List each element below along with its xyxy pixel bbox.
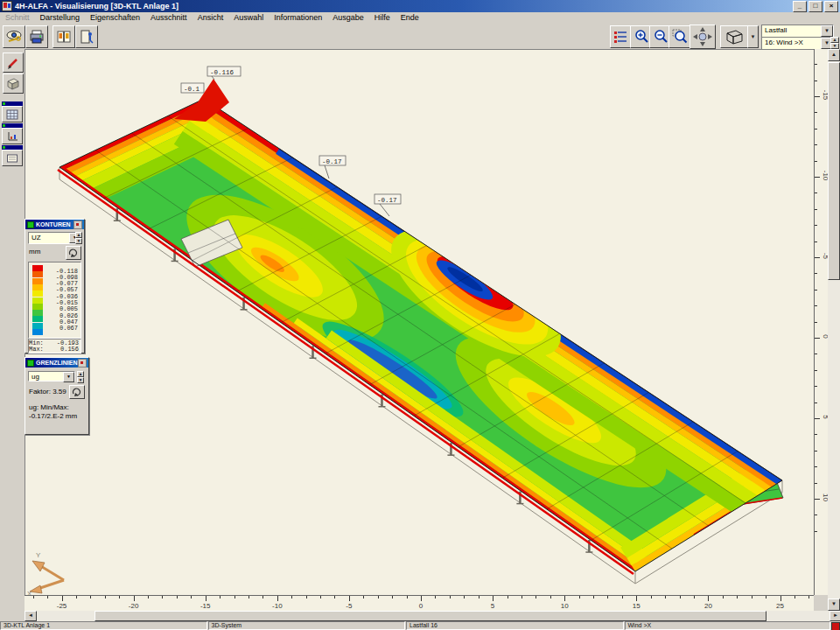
menu-ausgabe[interactable]: Ausgabe (327, 12, 369, 24)
loadcase-spinner[interactable]: ▲ ▼ (830, 37, 839, 48)
list-panel-button[interactable] (2, 150, 23, 166)
loadcase-spinner-down[interactable]: ▼ (830, 43, 839, 49)
axis-y-label: Y (36, 551, 41, 559)
ruler-y-tick (815, 129, 817, 130)
vertical-scrollbar[interactable]: ▲ ▼ (828, 49, 840, 611)
grenzlinien-quantity-value: ug (32, 372, 39, 381)
konturen-quantity-combo[interactable]: UZ ▼ (28, 232, 81, 244)
grenzlinien-quantity-combo[interactable]: ug ▼ (28, 371, 75, 382)
menu-ausschnitt[interactable]: Ausschnitt (145, 12, 192, 24)
grenzlinien-spinner-up[interactable]: ▲ (77, 371, 84, 377)
scroll-right-button[interactable]: ► (830, 611, 840, 621)
view-settings-button[interactable] (3, 25, 25, 48)
mini-panel-chart[interactable] (2, 123, 23, 144)
zoom-in-icon (634, 29, 649, 45)
minimize-button[interactable]: _ (793, 1, 807, 12)
manual-button[interactable] (52, 25, 75, 48)
status-bar: 3D-KTL Anlage 13D-SystemLastfall 16Wind … (0, 621, 840, 630)
grenzlinien-titlebar[interactable]: GRENZLINIEN (25, 358, 88, 368)
scroll-left-button[interactable]: ◄ (24, 611, 37, 621)
printer-icon (29, 29, 45, 45)
horizontal-scrollbar[interactable]: ◄ ► (24, 611, 840, 621)
ruler-x-tick (162, 596, 163, 598)
grenzlinien-spinner[interactable]: ▲ ▼ (77, 371, 84, 382)
menu-informationen[interactable]: Informationen (269, 12, 327, 24)
konturen-close-button[interactable] (74, 220, 82, 229)
menu-ansicht[interactable]: Ansicht (192, 12, 229, 24)
grenzlinien-spinner-down[interactable]: ▼ (77, 377, 84, 383)
close-button[interactable]: × (824, 1, 838, 12)
mini-panel-chart-titlebar[interactable] (2, 123, 23, 128)
ruler-x-tick (277, 596, 278, 601)
mesh-panel-button[interactable] (2, 106, 23, 122)
loadcase-spinner-up[interactable]: ▲ (830, 37, 839, 43)
menu-auswahl[interactable]: Auswahl (228, 12, 269, 24)
scroll-down-button[interactable]: ▼ (828, 598, 840, 611)
ruler-x-tick (723, 596, 724, 598)
ruler-y-tick (815, 177, 820, 178)
ruler-x-tick (90, 596, 91, 598)
grenzlinien-quantity-arrow[interactable]: ▼ (63, 372, 74, 382)
status-section-0: 3D-KTL Anlage 1 (0, 621, 207, 630)
menu-eigenschaften[interactable]: Eigenschaften (85, 12, 145, 24)
konturen-spinner-down[interactable]: ▼ (75, 238, 82, 244)
ruler-x-tick (392, 596, 393, 598)
ruler-x-label: 15 (633, 602, 640, 610)
ruler-y-tick (815, 80, 817, 81)
legend-max-label: Max: (29, 346, 44, 353)
konturen-titlebar[interactable]: KONTUREN (25, 220, 84, 229)
exit-button[interactable] (75, 25, 98, 48)
konturen-panel[interactable]: KONTUREN UZ ▼ ▲ ▼ mm -0.118-0.098-0.077-… (24, 219, 85, 354)
mini-panel-list-titlebar[interactable] (2, 145, 23, 150)
ruler-x-tick (62, 596, 63, 601)
restore-button[interactable]: □ (808, 1, 822, 12)
loadcase-combo[interactable]: 16: Wind >X ▼ (761, 37, 834, 50)
grenzlinien-close-button[interactable] (78, 359, 87, 368)
view-cube-dropdown[interactable]: ▼ (747, 25, 759, 48)
solid-view-button[interactable] (3, 74, 24, 94)
annotation-label-1: -0.116 (210, 69, 234, 76)
ruler-y-tick (815, 161, 817, 162)
ruler-y-tick (815, 242, 817, 242)
print-button[interactable] (25, 25, 48, 48)
konturen-spinner[interactable]: ▲ ▼ (75, 232, 82, 242)
lastfall-combo[interactable]: Lastfall ▼ (761, 24, 834, 38)
viewport-3d[interactable]: -0.1 -0.116 -0.17 -0.17 (24, 49, 814, 595)
mini-panel-list[interactable] (2, 145, 23, 166)
exit-door-icon (79, 29, 94, 45)
grenzlinien-title: GRENZLINIEN (36, 360, 77, 366)
menu-hilfe[interactable]: Hilfe (369, 12, 396, 24)
title-bar[interactable]: 4H-ALFA - Visualisierung [3D-KTL Anlage … (0, 0, 840, 12)
lastfall-combo-arrow[interactable]: ▼ (821, 25, 833, 37)
status-section-1: 3D-System (208, 621, 406, 630)
mini-panel-mesh[interactable] (2, 102, 23, 122)
legend-swatch (32, 304, 43, 310)
konturen-spinner-up[interactable]: ▲ (75, 232, 82, 238)
pan-control[interactable] (690, 24, 716, 49)
grenzlinien-panel[interactable]: GRENZLINIEN ug ▼ ▲ ▼ Faktor: 3.59 ug: Mi… (24, 357, 89, 435)
chart-panel-button[interactable] (2, 128, 23, 144)
grenzlinien-refresh-button[interactable] (69, 385, 85, 399)
scroll-up-button[interactable]: ▲ (828, 49, 840, 61)
ruler-x-tick (708, 596, 709, 601)
menu-darstellung[interactable]: Darstellung (35, 12, 86, 24)
draw-mode-button[interactable] (3, 52, 24, 73)
legend-swatch (32, 329, 43, 335)
view-cube-button[interactable] (720, 25, 748, 48)
ruler-x-tick (435, 596, 436, 598)
ruler-x-tick (536, 596, 536, 598)
zoom-window-button[interactable] (668, 25, 691, 48)
mini-panel-mesh-titlebar[interactable] (2, 102, 23, 106)
grenzlinien-panel-icon (27, 360, 34, 367)
menu-ende[interactable]: Ende (396, 12, 424, 24)
vertical-scroll-thumb[interactable] (828, 62, 840, 280)
ruler-y-tick (815, 305, 817, 306)
ruler-y-tick (815, 225, 817, 226)
konturen-refresh-button[interactable] (66, 246, 81, 260)
refresh-icon (72, 388, 82, 396)
ruler-x-label: 25 (776, 602, 784, 610)
book-icon (56, 29, 72, 45)
ruler-x-label: -10 (272, 602, 283, 610)
ruler-y-tick (815, 112, 817, 113)
horizontal-scroll-thumb[interactable] (94, 611, 766, 621)
